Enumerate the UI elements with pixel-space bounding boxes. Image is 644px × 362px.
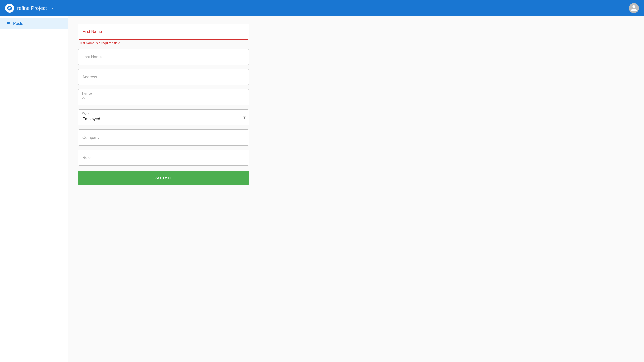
role-input[interactable] <box>78 150 249 166</box>
form-container: First Name is a required field Number Wo… <box>78 24 249 185</box>
main-content: First Name is a required field Number Wo… <box>68 16 644 362</box>
app-header: ① refine Project ‹ <box>0 0 644 16</box>
first-name-input[interactable] <box>78 24 249 40</box>
list-icon <box>5 21 10 26</box>
company-input[interactable] <box>78 129 249 146</box>
company-field-group <box>78 129 249 146</box>
app-logo: ① <box>5 4 14 13</box>
header-left: ① refine Project ‹ <box>5 4 54 13</box>
svg-text:①: ① <box>8 6 11 10</box>
number-field-group: Number <box>78 89 249 105</box>
sidebar-item-label: Posts <box>13 21 23 26</box>
first-name-field-group: First Name is a required field <box>78 24 249 45</box>
address-field-group <box>78 69 249 85</box>
sidebar: Posts <box>0 16 68 362</box>
avatar[interactable] <box>629 3 639 13</box>
role-field-group <box>78 150 249 166</box>
svg-rect-4 <box>6 23 6 24</box>
header-title: refine Project <box>17 5 47 11</box>
user-avatar-icon <box>630 5 637 12</box>
sidebar-item-posts[interactable]: Posts <box>0 18 68 29</box>
svg-rect-2 <box>6 22 6 23</box>
work-field-group: Work Employed Unemployed Self-employed S… <box>78 109 249 125</box>
address-input[interactable] <box>78 69 249 85</box>
svg-rect-3 <box>7 22 10 23</box>
first-name-error: First Name is a required field <box>78 41 249 45</box>
svg-rect-5 <box>7 23 10 24</box>
last-name-input[interactable] <box>78 49 249 65</box>
collapse-icon[interactable]: ‹ <box>52 5 54 11</box>
svg-rect-7 <box>7 25 10 25</box>
work-select[interactable]: Employed Unemployed Self-employed Studen… <box>78 109 249 125</box>
svg-rect-6 <box>6 25 6 25</box>
submit-button[interactable]: SUBMIT <box>78 171 249 185</box>
last-name-field-group <box>78 49 249 65</box>
number-input[interactable] <box>78 89 249 105</box>
